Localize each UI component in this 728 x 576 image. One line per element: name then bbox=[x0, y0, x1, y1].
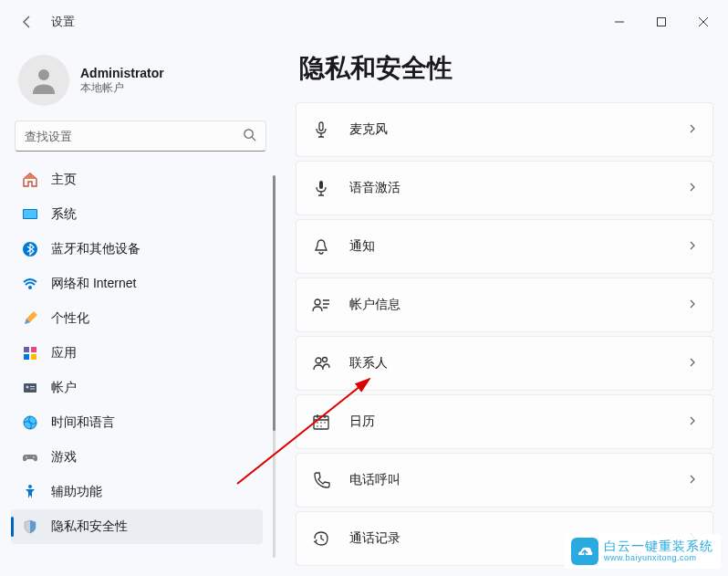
svg-rect-4 bbox=[24, 210, 36, 218]
watermark: 白云一键重装系统 www.baiyunxitong.com bbox=[564, 534, 721, 569]
svg-rect-9 bbox=[24, 354, 29, 360]
accessibility-icon bbox=[22, 484, 38, 500]
sidebar-item-label: 辅助功能 bbox=[51, 484, 102, 500]
sidebar-item-label: 个性化 bbox=[51, 310, 89, 327]
user-subtitle: 本地帐户 bbox=[80, 80, 164, 96]
sidebar-item-system[interactable]: 系统 bbox=[11, 197, 263, 232]
watermark-icon bbox=[571, 538, 598, 565]
microphone-icon bbox=[311, 120, 331, 140]
sidebar-item-apps[interactable]: 应用 bbox=[11, 336, 263, 371]
svg-rect-7 bbox=[24, 347, 29, 352]
svg-point-30 bbox=[320, 425, 322, 427]
sidebar-item-label: 游戏 bbox=[51, 449, 77, 466]
shield-icon bbox=[22, 518, 38, 535]
svg-point-12 bbox=[26, 386, 29, 389]
phone-icon bbox=[311, 470, 331, 490]
personalize-icon bbox=[22, 310, 38, 327]
account-info-icon bbox=[311, 295, 331, 315]
svg-point-22 bbox=[315, 299, 320, 305]
network-icon bbox=[22, 276, 38, 292]
gaming-icon bbox=[22, 449, 38, 466]
svg-point-24 bbox=[323, 358, 328, 362]
sidebar-item-bluetooth[interactable]: 蓝牙和其他设备 bbox=[11, 232, 263, 267]
sidebar-item-network[interactable]: 网络和 Internet bbox=[11, 267, 263, 301]
svg-point-6 bbox=[28, 286, 32, 289]
card-label: 通知 bbox=[349, 238, 669, 255]
sidebar-item-time[interactable]: 时间和语言 bbox=[11, 405, 263, 440]
sidebar-item-personalize[interactable]: 个性化 bbox=[11, 301, 263, 336]
sidebar-item-accessibility[interactable]: 辅助功能 bbox=[11, 475, 263, 509]
svg-point-29 bbox=[317, 425, 318, 427]
card-contacts[interactable]: 联系人 bbox=[296, 336, 713, 391]
sidebar-item-label: 蓝牙和其他设备 bbox=[51, 241, 140, 257]
card-phone[interactable]: 电话呼叫 bbox=[296, 453, 713, 508]
user-block[interactable]: Administrator 本地帐户 bbox=[11, 44, 270, 120]
search-icon bbox=[243, 128, 256, 145]
sidebar-item-privacy[interactable]: 隐私和安全性 bbox=[11, 509, 263, 544]
chevron-right-icon bbox=[687, 238, 698, 255]
user-name: Administrator bbox=[80, 66, 164, 80]
home-icon bbox=[22, 172, 38, 188]
avatar bbox=[18, 55, 69, 106]
close-button[interactable] bbox=[682, 7, 724, 37]
card-voice[interactable]: 语音激活 bbox=[296, 161, 713, 215]
calendar-icon bbox=[311, 412, 331, 432]
card-calendar[interactable]: 日历 bbox=[296, 394, 713, 449]
minimize-button[interactable] bbox=[598, 7, 640, 37]
svg-point-2 bbox=[244, 129, 253, 137]
sidebar-item-label: 网络和 Internet bbox=[51, 276, 136, 292]
titlebar: 设置 bbox=[0, 0, 728, 44]
sidebar-item-home[interactable]: 主页 bbox=[11, 162, 263, 197]
sidebar-scrollbar[interactable] bbox=[273, 175, 276, 558]
contacts-icon bbox=[311, 353, 331, 373]
card-account-info[interactable]: 帐户信息 bbox=[296, 278, 713, 332]
sidebar-item-accounts[interactable]: 帐户 bbox=[11, 371, 263, 405]
svg-rect-0 bbox=[658, 18, 666, 26]
svg-point-17 bbox=[26, 456, 27, 458]
history-icon bbox=[311, 529, 331, 549]
card-label: 麦克风 bbox=[349, 121, 669, 138]
card-label: 帐户信息 bbox=[349, 297, 669, 313]
card-microphone[interactable]: 麦克风 bbox=[296, 102, 713, 157]
svg-point-18 bbox=[33, 456, 35, 458]
card-label: 日历 bbox=[349, 414, 669, 430]
chevron-right-icon bbox=[687, 355, 698, 372]
sidebar-scrollbar-thumb[interactable] bbox=[273, 175, 276, 431]
chevron-right-icon bbox=[687, 472, 698, 488]
svg-point-19 bbox=[28, 485, 32, 488]
voice-icon bbox=[311, 178, 331, 198]
nav-list: 主页 系统 蓝牙和其他设备 网络和 Internet 个性化 应用 bbox=[11, 162, 270, 576]
card-label: 语音激活 bbox=[349, 180, 669, 196]
search-box[interactable] bbox=[15, 120, 266, 152]
sidebar-item-label: 主页 bbox=[51, 172, 77, 188]
svg-point-27 bbox=[320, 422, 322, 424]
time-icon bbox=[22, 414, 38, 431]
window-title: 设置 bbox=[51, 14, 75, 30]
search-input[interactable] bbox=[25, 130, 235, 143]
svg-rect-20 bbox=[319, 122, 323, 131]
svg-rect-14 bbox=[30, 389, 35, 390]
sidebar-item-label: 应用 bbox=[51, 345, 77, 361]
bluetooth-icon bbox=[22, 241, 38, 257]
watermark-line1: 白云一键重装系统 bbox=[604, 539, 713, 553]
svg-rect-13 bbox=[30, 386, 35, 387]
card-label: 电话呼叫 bbox=[349, 472, 669, 488]
svg-point-26 bbox=[317, 422, 318, 424]
svg-point-1 bbox=[38, 69, 49, 80]
chevron-right-icon bbox=[687, 121, 698, 138]
card-notifications[interactable]: 通知 bbox=[296, 219, 713, 274]
page-title: 隐私和安全性 bbox=[296, 51, 713, 86]
card-label: 联系人 bbox=[349, 355, 669, 372]
back-button[interactable] bbox=[18, 13, 36, 31]
chevron-right-icon bbox=[687, 297, 698, 313]
apps-icon bbox=[22, 345, 38, 361]
system-icon bbox=[22, 206, 38, 223]
maximize-button[interactable] bbox=[640, 7, 682, 37]
svg-rect-21 bbox=[319, 181, 323, 189]
sidebar-item-label: 帐户 bbox=[51, 380, 77, 396]
chevron-right-icon bbox=[687, 180, 698, 196]
sidebar-item-gaming[interactable]: 游戏 bbox=[11, 440, 263, 475]
chevron-right-icon bbox=[687, 414, 698, 430]
sidebar-item-label: 隐私和安全性 bbox=[51, 518, 128, 535]
sidebar-item-label: 系统 bbox=[51, 206, 77, 223]
